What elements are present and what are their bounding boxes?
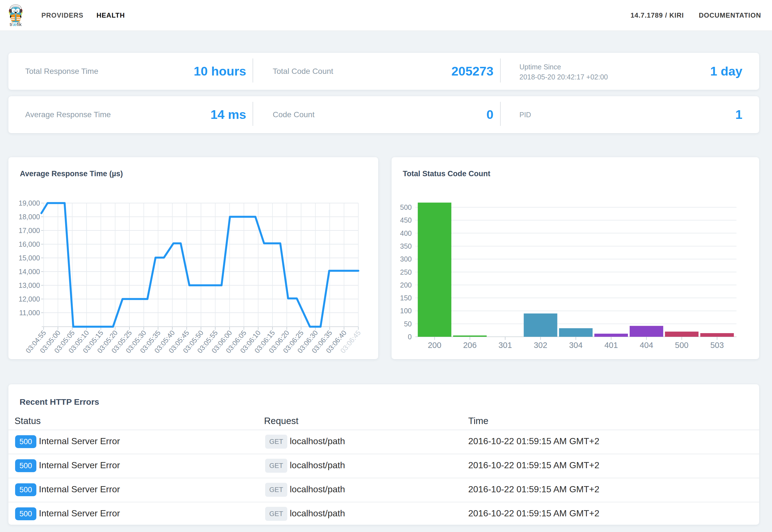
- svg-text:500: 500: [675, 341, 688, 350]
- svg-text:200: 200: [428, 341, 441, 350]
- svg-text:14,000: 14,000: [19, 268, 40, 276]
- svg-text:19,000: 19,000: [19, 199, 40, 207]
- svg-text:250: 250: [400, 268, 412, 276]
- svg-text:206: 206: [463, 341, 477, 350]
- svg-text:500: 500: [400, 203, 412, 211]
- svg-text:11,000: 11,000: [19, 309, 40, 317]
- svg-text:404: 404: [640, 341, 653, 350]
- svg-text:450: 450: [400, 216, 412, 224]
- svg-text:13,000: 13,000: [19, 281, 40, 289]
- svg-text:15,000: 15,000: [19, 254, 40, 262]
- svg-text:503: 503: [710, 341, 724, 350]
- svg-text:50: 50: [404, 320, 412, 328]
- svg-text:12,000: 12,000: [19, 295, 40, 303]
- svg-text:301: 301: [498, 341, 512, 350]
- svg-text:400: 400: [400, 229, 412, 237]
- svg-text:350: 350: [400, 242, 412, 250]
- svg-text:200: 200: [400, 281, 412, 289]
- svg-text:0: 0: [408, 333, 412, 341]
- svg-text:401: 401: [604, 341, 618, 350]
- svg-text:100: 100: [400, 307, 412, 315]
- svg-text:18,000: 18,000: [19, 213, 40, 221]
- svg-text:302: 302: [534, 341, 547, 350]
- svg-text:304: 304: [569, 341, 582, 350]
- svg-text:300: 300: [400, 255, 412, 263]
- svg-text:17,000: 17,000: [19, 227, 40, 234]
- svg-text:150: 150: [400, 294, 412, 302]
- svg-text:16,000: 16,000: [19, 240, 40, 248]
